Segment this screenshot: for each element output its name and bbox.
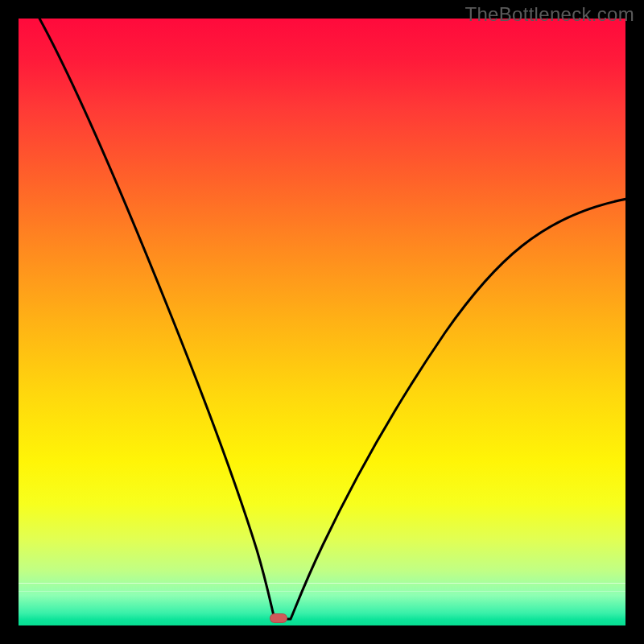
watermark-text: TheBottleneck.com [464, 3, 634, 26]
plot-area [19, 19, 625, 625]
bottleneck-curve-path [39, 19, 625, 619]
chart-frame: TheBottleneck.com [0, 0, 644, 644]
minimum-marker [270, 613, 287, 623]
curve-svg [19, 19, 625, 625]
